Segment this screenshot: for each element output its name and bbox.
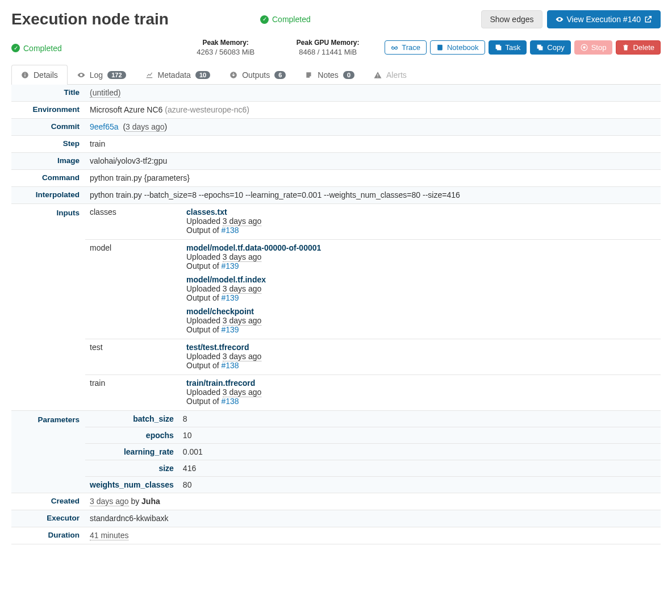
input-name: model <box>85 240 182 339</box>
stop-label: Stop <box>591 43 607 52</box>
copy-button[interactable]: Copy <box>530 40 570 55</box>
file-link[interactable]: model/model.tf.data-00000-of-00001 <box>186 243 321 252</box>
output-of-link[interactable]: #138 <box>221 226 239 235</box>
parameter-key: size <box>85 460 178 477</box>
svg-rect-5 <box>539 46 543 50</box>
output-of-link[interactable]: #139 <box>221 261 239 270</box>
label-interpolated: Interpolated <box>11 187 85 202</box>
check-circle-icon: ✓ <box>11 44 20 52</box>
file-link[interactable]: model/checkpoint <box>186 307 254 316</box>
stop-icon <box>581 44 588 51</box>
task-label: Task <box>506 43 521 52</box>
duration-value: 41 minutes <box>90 531 128 540</box>
label-created: Created <box>11 493 85 509</box>
view-execution-button[interactable]: View Execution #140 <box>547 10 661 28</box>
parameter-value: 80 <box>178 477 661 493</box>
file-uploaded: Uploaded 3 days ago <box>186 316 656 325</box>
input-row: testtest/test.tfrecordUploaded 3 days ag… <box>85 339 661 375</box>
parameter-key: weights_num_classes <box>85 477 178 493</box>
input-files: train/train.tfrecordUploaded 3 days agoO… <box>182 375 661 411</box>
parameters-table: batch_size8epochs10learning_rate0.001siz… <box>85 411 661 493</box>
tabs: Details Log 172 Metadata 10 Outputs 6 No… <box>11 64 661 85</box>
parameter-key: batch_size <box>85 411 178 427</box>
tab-metadata[interactable]: Metadata 10 <box>136 65 220 85</box>
substatus-text: Completed <box>23 44 62 53</box>
label-title: Title <box>11 85 85 100</box>
input-files: test/test.tfrecordUploaded 3 days agoOut… <box>182 339 661 375</box>
input-row: traintrain/train.tfrecordUploaded 3 days… <box>85 375 661 411</box>
tab-notes-badge: 0 <box>343 71 354 79</box>
parameter-value: 8 <box>178 411 661 427</box>
file-uploaded: Uploaded 3 days ago <box>186 252 656 261</box>
file-output-of: Output of #138 <box>186 397 656 406</box>
tab-metadata-badge: 10 <box>195 71 210 79</box>
parameter-row: epochs10 <box>85 427 661 444</box>
label-inputs: Inputs <box>11 204 85 220</box>
label-executor: Executor <box>11 510 85 526</box>
output-of-link[interactable]: #139 <box>221 325 239 334</box>
file-output-of: Output of #138 <box>186 226 656 235</box>
task-button[interactable]: Task <box>489 40 527 55</box>
input-files: classes.txtUploaded 3 days agoOutput of … <box>182 204 661 240</box>
peak-gpu-memory-label: Peak GPU Memory: <box>282 39 373 47</box>
download-circle-icon <box>229 71 237 79</box>
label-commit: Commit <box>11 119 85 134</box>
environment-value: Microsoft Azure NC6 <box>90 105 162 114</box>
parameter-row: weights_num_classes80 <box>85 477 661 493</box>
tab-log[interactable]: Log 172 <box>68 65 136 85</box>
trace-button[interactable]: Trace <box>385 40 427 55</box>
check-circle-icon: ✓ <box>260 15 269 24</box>
image-value: valohai/yolov3-tf2:gpu <box>85 153 661 169</box>
tab-log-badge: 172 <box>107 71 126 79</box>
executor-value: standardnc6-kkwibaxk <box>85 510 661 526</box>
trash-icon <box>622 44 629 51</box>
external-link-icon <box>644 15 652 23</box>
output-of-link[interactable]: #138 <box>221 397 239 406</box>
file-output-of: Output of #139 <box>186 325 656 334</box>
stop-button: Stop <box>574 40 613 55</box>
file-output-of: Output of #139 <box>186 293 656 302</box>
input-name: test <box>85 339 182 375</box>
show-edges-button[interactable]: Show edges <box>481 10 542 28</box>
peak-memory-value: 4263 / 56083 MiB <box>180 48 271 56</box>
svg-rect-9 <box>24 74 25 77</box>
glasses-icon <box>391 44 398 51</box>
delete-button[interactable]: Delete <box>616 40 661 55</box>
file-uploaded: Uploaded 3 days ago <box>186 352 656 361</box>
created-by: Juha <box>141 497 160 506</box>
inputs-table: classesclasses.txtUploaded 3 days agoOut… <box>85 204 661 410</box>
environment-slug: (azure-westeurope-nc6) <box>165 105 249 114</box>
file-link[interactable]: model/model.tf.index <box>186 275 266 284</box>
created-age: 3 days ago <box>90 497 129 506</box>
tab-outputs[interactable]: Outputs 6 <box>220 65 295 85</box>
copy-label: Copy <box>547 43 564 52</box>
peak-gpu-memory-metric: Peak GPU Memory: 8468 / 11441 MiB <box>282 39 373 56</box>
tab-details[interactable]: Details <box>11 65 68 85</box>
parameter-value: 0.001 <box>178 444 661 460</box>
input-name: train <box>85 375 182 411</box>
eye-icon <box>556 15 564 23</box>
eye-icon <box>77 71 85 79</box>
label-parameters: Parameters <box>11 411 85 427</box>
substatus-indicator: ✓ Completed <box>11 44 62 53</box>
tab-outputs-badge: 6 <box>274 71 286 79</box>
file-link[interactable]: classes.txt <box>186 207 227 217</box>
status-text: Completed <box>272 15 311 24</box>
title-value[interactable]: (untitled) <box>90 88 120 98</box>
label-image: Image <box>11 153 85 168</box>
label-step: Step <box>11 136 85 151</box>
file-uploaded: Uploaded 3 days ago <box>186 284 656 293</box>
interpolated-value: python train.py --batch_size=8 --epochs=… <box>85 187 661 203</box>
notebook-button[interactable]: Notebook <box>430 40 485 55</box>
tab-notes[interactable]: Notes 0 <box>295 65 364 85</box>
output-of-link[interactable]: #138 <box>221 361 239 370</box>
parameter-row: size416 <box>85 460 661 477</box>
peak-gpu-memory-value: 8468 / 11441 MiB <box>282 48 373 56</box>
label-duration: Duration <box>11 527 85 543</box>
output-of-link[interactable]: #139 <box>221 293 239 302</box>
file-link[interactable]: test/test.tfrecord <box>186 343 249 352</box>
parameter-key: learning_rate <box>85 444 178 460</box>
file-link[interactable]: train/train.tfrecord <box>186 378 255 388</box>
commit-hash-link[interactable]: 9eef65a <box>90 122 119 131</box>
warning-icon <box>374 71 382 79</box>
